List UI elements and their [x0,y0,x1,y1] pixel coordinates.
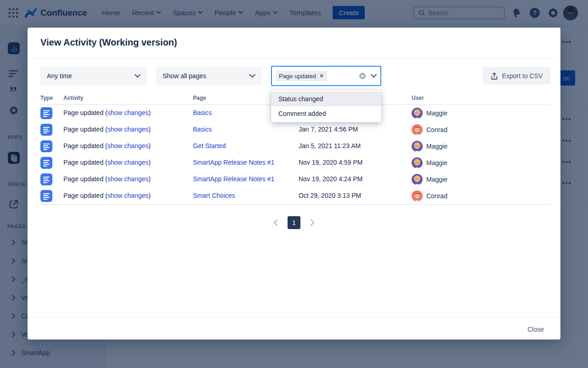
activity-cell: Page updated (show changes) [63,159,151,166]
page-cell: SmartApp Release Notes #1 [193,175,274,183]
chevron-down-icon[interactable] [371,74,377,78]
pages-filter-value: Show all pages [163,72,206,80]
user-cell: Conrad [412,124,447,135]
show-changes-link[interactable]: show changes [107,175,149,183]
col-header-user: User [412,95,424,101]
activity-text-end: ) [148,109,151,116]
date-cell: Oct 29, 2020 3:13 PM [299,192,361,199]
page-type-icon [40,173,52,185]
show-changes-link[interactable]: show changes [107,192,149,199]
filter-tag-page-updated: Page updated ✕ [276,71,327,81]
activity-text-end: ) [148,159,151,166]
user-cell: Maggie [412,174,447,185]
date-cell: Jan 7, 2021 4:56 PM [299,126,358,133]
activity-cell: Page updated (show changes) [63,175,151,183]
table-bottom-divider [40,204,550,205]
page-type-icon [40,124,52,136]
page-link[interactable]: SmartApp Release Notes #1 [193,159,274,166]
dropdown-option[interactable]: Comment added [271,106,381,121]
close-button[interactable]: Close [524,324,548,335]
table-row: Page updated (show changes) Basics Jan 7… [28,121,560,138]
screen: Confluence Home Recent Spaces People App… [0,0,588,368]
activity-text: Page updated ( [63,192,107,199]
user-name: Maggie [426,109,447,117]
export-to-csv-button[interactable]: Export to CSV [483,67,550,85]
col-header-page: Page [193,95,206,101]
avatar-conrad-icon [412,190,423,201]
user-name: Conrad [426,126,447,133]
activity-cell: Page updated (show changes) [63,126,151,133]
user-cell: Maggie [412,108,447,119]
activity-type-dropdown-menu: Status changed Comment added [271,90,381,122]
page-type-icon [40,140,52,152]
activity-text-end: ) [148,142,151,150]
page-cell: Get Started [193,142,226,150]
chevron-down-icon [135,74,141,78]
dialog-footer: Close [28,317,560,339]
page-type-icon [40,157,52,169]
avatar-maggie-icon [412,174,423,185]
time-filter-select[interactable]: Any time [40,67,147,85]
dialog-header: View Activity (Working version) [28,28,560,58]
show-changes-link[interactable]: show changes [107,109,149,116]
user-name: Maggie [426,159,447,167]
activity-cell: Page updated (show changes) [63,192,151,199]
page-type-icon [40,107,52,119]
page-cell: Basics [193,109,212,116]
pagination: 1 [28,216,560,229]
date-cell: Nov 19, 2020 4:59 PM [299,159,362,166]
previous-page-button[interactable] [273,219,277,226]
show-changes-link[interactable]: show changes [107,142,149,150]
user-cell: Maggie [412,157,447,168]
avatar-maggie-icon [412,108,423,119]
user-cell: Conrad [412,190,447,201]
pages-filter-select[interactable]: Show all pages [156,67,262,85]
next-page-button[interactable] [311,219,315,226]
activity-text-end: ) [148,192,151,199]
export-icon [491,72,498,80]
view-activity-dialog: View Activity (Working version) Any time… [28,28,560,339]
activity-type-multiselect[interactable]: Page updated ✕ [271,66,381,86]
user-cell: Maggie [412,141,447,152]
page-link[interactable]: Basics [193,126,212,133]
activity-text: Page updated ( [63,159,107,166]
page-link[interactable]: Smart Choices [193,192,235,199]
activity-text: Page updated ( [63,175,107,183]
date-cell: Nov 19, 2020 4:24 PM [299,175,362,183]
activity-text: Page updated ( [63,142,107,150]
activity-text-end: ) [148,126,151,133]
dropdown-option[interactable]: Status changed [271,92,381,106]
page-cell: Basics [193,126,212,133]
page-cell: SmartApp Release Notes #1 [193,159,274,166]
table-row: Page updated (show changes) Get Started … [28,138,560,155]
dialog-title: View Activity (Working version) [40,37,177,48]
time-filter-value: Any time [47,72,72,80]
page-link[interactable]: Basics [193,109,212,116]
show-changes-link[interactable]: show changes [107,126,149,133]
user-name: Conrad [426,192,447,200]
page-link[interactable]: SmartApp Release Notes #1 [193,175,274,183]
show-changes-link[interactable]: show changes [107,159,149,166]
avatar-conrad-icon [412,124,423,135]
page-cell: Smart Choices [193,192,235,199]
page-number-button[interactable]: 1 [288,216,300,229]
activity-cell: Page updated (show changes) [63,109,151,116]
activity-text-end: ) [148,175,151,183]
avatar-maggie-icon [412,141,423,152]
activity-text: Page updated ( [63,109,107,116]
col-header-activity: Activity [63,95,83,101]
activity-cell: Page updated (show changes) [63,142,151,150]
table-row: Page updated (show changes) Smart Choice… [28,188,560,204]
filter-tag-label: Page updated [279,73,316,80]
clear-select-icon[interactable] [359,72,366,80]
page-type-icon [40,190,52,202]
date-cell: Jan 5, 2021 11:23 AM [299,142,361,150]
export-label: Export to CSV [502,72,543,80]
col-header-type: Type [40,95,53,101]
table-row: Page updated (show changes) SmartApp Rel… [28,155,560,171]
page-link[interactable]: Get Started [193,142,226,150]
remove-tag-icon[interactable]: ✕ [319,73,324,79]
user-name: Maggie [426,176,447,183]
table-row: Page updated (show changes) SmartApp Rel… [28,171,560,188]
avatar-maggie-icon [412,157,423,168]
